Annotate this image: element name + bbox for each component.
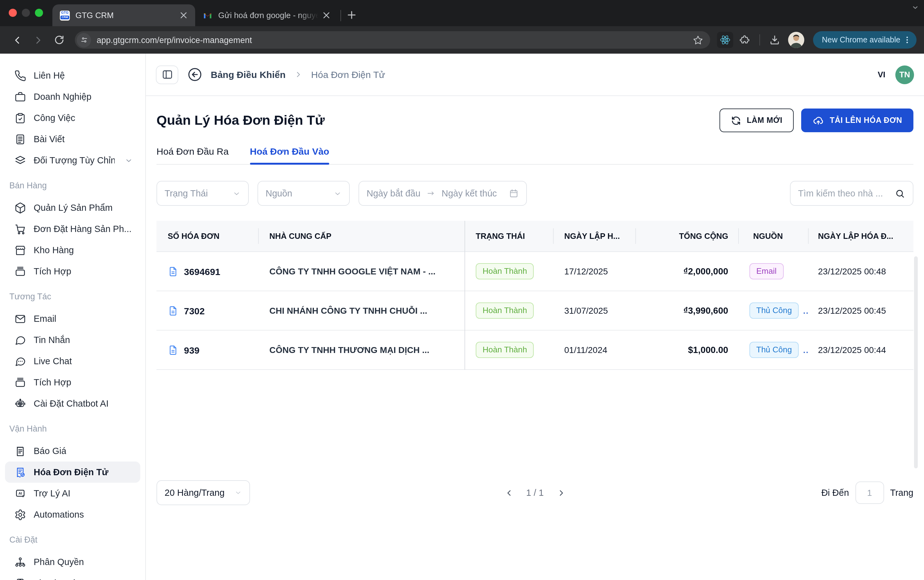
column-header-created-at[interactable]: NGÀY LẬP HÓA Đ... xyxy=(808,221,913,251)
chevron-down-icon xyxy=(125,156,133,164)
sidebar-item-tich-hop-1[interactable]: Tích Hợp xyxy=(5,261,140,282)
sidebar-item-doi-tuong-tuy-chinh[interactable]: Đối Tượng Tùy Chỉnh xyxy=(5,150,140,171)
column-header-source[interactable]: NGUỒN xyxy=(738,221,808,251)
back-button[interactable] xyxy=(186,66,203,82)
invoice-row[interactable]: 939 CÔNG TY TNHH THƯƠNG MẠI DỊCH ... Hoà… xyxy=(156,331,913,370)
sidebar-item-doanh-nghiep[interactable]: Doanh Nghiệp xyxy=(5,86,140,107)
sidebar-item-tro-ly-ai[interactable]: AI Trợ Lý AI xyxy=(5,483,140,504)
sidebar-item-label: Liên Hệ xyxy=(34,71,65,81)
sidebar-item-thanh-toan[interactable]: Thanh Toán xyxy=(5,572,140,580)
tab-output-invoices[interactable]: Hoá Đơn Đầu Ra xyxy=(156,146,229,164)
back-icon[interactable] xyxy=(8,31,26,49)
invoice-row[interactable]: 7302 CHI NHÁNH CÔNG TY TNHH CHUỖI ... Ho… xyxy=(156,291,913,331)
chevron-down-icon xyxy=(334,189,342,198)
downloads-icon[interactable] xyxy=(766,31,783,49)
sidebar-item-label: Phân Quyền xyxy=(34,557,84,567)
column-header-status[interactable]: TRẠNG THÁI xyxy=(465,221,553,251)
file-icon xyxy=(168,266,178,277)
sidebar-item-automations[interactable]: Automations xyxy=(5,504,140,525)
sidebar-item-tich-hop-2[interactable]: Tích Hợp xyxy=(5,372,140,393)
reload-icon[interactable] xyxy=(50,31,69,49)
breadcrumb-current: Hóa Đơn Điện Tử xyxy=(311,69,385,80)
issue-date-cell: 17/12/2025 xyxy=(553,252,635,291)
column-header-total[interactable]: TỔNG CỘNG xyxy=(635,221,738,251)
search-container xyxy=(790,181,913,206)
archive-icon xyxy=(14,265,26,277)
sidebar-item-quan-ly-san-pham[interactable]: Quản Lý Sản Phẩm xyxy=(5,197,140,218)
tab-divider xyxy=(340,10,341,21)
date-range-picker[interactable]: Ngày bắt đầu Ngày kết thúc xyxy=(358,181,527,206)
sidebar-item-cong-viec[interactable]: Công Việc xyxy=(5,107,140,129)
sidebar-item-tin-nhan[interactable]: Tin Nhắn xyxy=(5,329,140,351)
extensions-puzzle-icon[interactable] xyxy=(737,31,754,49)
goto-page-label: Đi Đến xyxy=(821,488,849,498)
sidebar-toggle-button[interactable] xyxy=(156,65,178,84)
search-icon[interactable] xyxy=(895,188,905,199)
column-header-supplier[interactable]: NHÀ CUNG CẤP xyxy=(258,221,465,251)
forward-icon[interactable] xyxy=(29,31,48,49)
tab-search-chevron-icon[interactable] xyxy=(911,4,919,11)
close-tab-icon[interactable] xyxy=(178,10,189,21)
goto-page-input[interactable] xyxy=(855,481,884,504)
breadcrumb-dashboard[interactable]: Bảng Điều Khiển xyxy=(211,69,286,80)
close-window-button[interactable] xyxy=(9,9,17,17)
sidebar-item-label: Đối Tượng Tùy Chỉnh xyxy=(34,155,115,165)
search-input[interactable] xyxy=(798,188,895,198)
source-filter-select[interactable]: Nguồn xyxy=(258,181,350,206)
chat-dots-icon xyxy=(14,355,26,367)
table-scrollbar[interactable] xyxy=(914,256,918,468)
sidebar-item-don-dat-hang[interactable]: Đơn Đặt Hàng Sản Ph... xyxy=(5,218,140,239)
browser-menu-icon[interactable] xyxy=(900,33,914,47)
site-settings-icon[interactable] xyxy=(77,33,91,47)
chrome-update-button[interactable]: New Chrome available xyxy=(813,31,916,49)
diamond-icon xyxy=(14,577,26,580)
pinned-column-divider xyxy=(465,221,465,370)
mail-icon xyxy=(14,313,26,325)
tab-input-invoices[interactable]: Hoá Đơn Đầu Vào xyxy=(250,146,329,164)
prev-page-icon[interactable] xyxy=(501,485,516,500)
sidebar-item-label: Live Chat xyxy=(34,356,72,366)
sidebar-item-label: Cài Đặt Chatbot AI xyxy=(34,399,109,409)
profile-avatar[interactable] xyxy=(788,32,804,48)
user-avatar[interactable]: TN xyxy=(895,65,914,84)
arrow-right-icon xyxy=(427,189,436,198)
new-tab-button[interactable] xyxy=(344,7,360,23)
invoice-no-cell: 3694691 xyxy=(156,252,258,291)
next-page-icon[interactable] xyxy=(554,485,569,500)
robot-icon xyxy=(14,397,26,409)
tab-gtg-crm[interactable]: GTG CRM GTG CRM xyxy=(53,4,195,26)
sidebar-item-bao-gia[interactable]: Báo Giá xyxy=(5,440,140,461)
chevron-down-icon xyxy=(233,189,241,198)
bookmark-star-icon[interactable] xyxy=(689,31,706,49)
store-icon xyxy=(14,244,26,256)
column-header-issue-date[interactable]: NGÀY LẬP H... xyxy=(553,221,635,251)
refresh-button[interactable]: LÀM MỚI xyxy=(719,109,793,132)
sidebar-item-live-chat[interactable]: Live Chat xyxy=(5,351,140,372)
column-header-invoice-no[interactable]: SỐ HÓA ĐƠN xyxy=(156,221,258,251)
sidebar-item-hoa-don-dien-tu[interactable]: Hóa Đơn Điện Tử xyxy=(5,461,140,483)
zoom-window-button[interactable] xyxy=(35,9,43,17)
sidebar-item-label: Kho Hàng xyxy=(34,245,74,255)
file-icon xyxy=(168,344,178,355)
tab-gmail[interactable]: Gửi hoá đơn google - nguyen xyxy=(195,4,338,26)
minimize-window-button[interactable] xyxy=(22,9,30,17)
invoices-table: SỐ HÓA ĐƠN NHÀ CUNG CẤP TRẠNG THÁI NGÀY … xyxy=(156,221,913,370)
invoice-row[interactable]: 3694691 CÔNG TY TNHH GOOGLE VIỆT NAM - .… xyxy=(156,252,913,291)
sidebar-item-label: Automations xyxy=(34,509,84,519)
upload-invoice-button[interactable]: TẢI LÊN HÓA ĐƠN xyxy=(801,109,913,132)
page-size-select[interactable]: 20 Hàng/Trang xyxy=(156,480,250,505)
language-switcher[interactable]: VI xyxy=(878,70,885,79)
url-bar[interactable]: app.gtgcrm.com/erp/invoice-management xyxy=(75,31,710,49)
close-tab-icon[interactable] xyxy=(321,10,332,21)
sidebar-item-bai-viet[interactable]: Bài Viết xyxy=(5,129,140,150)
sidebar-item-kho-hang[interactable]: Kho Hàng xyxy=(5,239,140,261)
supplier-cell: CÔNG TY TNHH GOOGLE VIỆT NAM - ... xyxy=(258,252,465,291)
sidebar-item-lien-he[interactable]: Liên Hệ xyxy=(5,65,140,86)
sidebar-item-label: Quản Lý Sản Phẩm xyxy=(34,203,113,213)
sidebar-item-chatbot-ai[interactable]: Cài Đặt Chatbot AI xyxy=(5,393,140,414)
sidebar-item-email[interactable]: Email xyxy=(5,308,140,329)
sidebar-item-label: Doanh Nghiệp xyxy=(34,92,91,102)
react-devtools-icon[interactable] xyxy=(716,31,734,49)
sidebar-item-phan-quyen[interactable]: Phân Quyền xyxy=(5,551,140,572)
status-filter-select[interactable]: Trạng Thái xyxy=(156,181,249,206)
